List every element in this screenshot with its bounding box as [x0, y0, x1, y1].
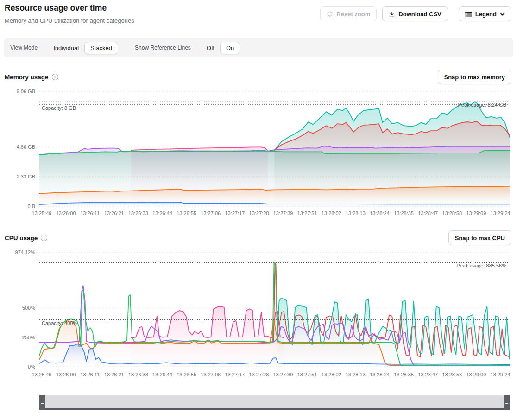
x-axis-tick: 13:28:58 — [442, 372, 462, 377]
x-axis-tick: 13:26:33 — [128, 372, 148, 377]
x-axis-tick: 13:26:44 — [152, 372, 172, 377]
x-axis-tick: 13:28:35 — [394, 372, 414, 377]
x-axis-tick: 13:29:09 — [466, 210, 486, 216]
info-icon[interactable]: i — [41, 235, 47, 241]
list-icon — [465, 11, 472, 17]
memory-chart[interactable]: 9.06 GB4.66 GB2.33 GB0 B13:25:4913:26:00… — [0, 87, 517, 222]
y-axis-tick: 500% — [22, 305, 35, 311]
cpu-section-title: CPU usage — [5, 235, 38, 242]
page-title: Resource usage over time — [5, 3, 107, 13]
brush-handle-left[interactable] — [39, 395, 45, 410]
x-axis-tick: 13:28:24 — [370, 210, 390, 216]
x-axis-tick: 13:26:21 — [104, 210, 124, 216]
info-icon[interactable]: i — [52, 74, 58, 80]
x-axis-tick: 13:28:13 — [346, 210, 366, 216]
reference-lines-off-option[interactable]: Off — [201, 42, 220, 54]
x-axis-tick: 13:26:21 — [104, 372, 124, 377]
snap-to-max-cpu-button[interactable]: Snap to max CPU — [448, 230, 511, 245]
legend-label: Legend — [475, 11, 497, 18]
page-subtitle: Memory and CPU utilization for agent cat… — [5, 17, 134, 24]
x-axis-tick: 13:28:35 — [394, 210, 414, 216]
reset-zoom-label: Reset zoom — [336, 11, 370, 18]
x-axis-tick: 13:27:06 — [201, 372, 221, 377]
cpu-section-header: CPU usage i Snap to max CPU — [5, 230, 511, 245]
x-axis-tick: 13:26:55 — [177, 210, 196, 216]
y-axis-tick: 974.12% — [15, 249, 36, 255]
download-icon — [389, 11, 395, 17]
x-axis-tick: 13:26:33 — [128, 210, 148, 216]
view-mode-label: View Mode — [10, 45, 38, 51]
x-axis-tick: 13:27:39 — [273, 372, 293, 377]
x-axis-tick: 13:28:47 — [418, 210, 438, 216]
x-axis-tick: 13:27:28 — [249, 210, 269, 216]
x-axis-tick: 13:26:00 — [56, 210, 76, 216]
x-axis-tick: 13:26:11 — [80, 210, 100, 216]
y-axis-tick: 9.06 GB — [17, 89, 35, 94]
view-mode-individual-option[interactable]: Individual — [48, 42, 84, 54]
view-mode-stacked-option[interactable]: Stacked — [84, 42, 118, 54]
download-csv-label: Download CSV — [398, 11, 441, 18]
x-axis-tick: 13:27:28 — [249, 372, 269, 377]
x-axis-tick: 13:28:02 — [322, 372, 341, 377]
cpu-chart[interactable]: 974.12%500%250%0%13:25:4913:26:0013:26:1… — [0, 248, 517, 383]
refresh-icon — [327, 11, 333, 17]
x-axis-tick: 13:28:47 — [418, 372, 438, 377]
reference-lines-on-option[interactable]: On — [220, 42, 240, 54]
reset-zoom-button[interactable]: Reset zoom — [320, 6, 377, 21]
y-axis-tick: 2.33 GB — [17, 174, 35, 179]
x-axis-tick: 13:28:58 — [442, 210, 462, 216]
brush-handle-right[interactable] — [504, 395, 510, 410]
reference-line-label: Peak usage: 885.56% — [456, 263, 506, 268]
x-axis-tick: 13:28:02 — [322, 210, 341, 216]
x-axis-tick: 13:29:24 — [491, 372, 511, 377]
x-axis-tick: 13:28:13 — [346, 372, 366, 377]
x-axis-tick: 13:27:39 — [273, 210, 293, 216]
x-axis-tick: 13:27:17 — [225, 210, 245, 216]
x-axis-tick: 13:27:17 — [225, 372, 245, 377]
snap-to-max-memory-button[interactable]: Snap to max memory — [438, 70, 512, 84]
x-axis-tick: 13:29:09 — [466, 372, 486, 377]
memory-section-header: Memory usage i Snap to max memory — [5, 70, 511, 84]
reference-line-label: Peak usage: 8.24 GB — [458, 102, 506, 108]
header-actions: Reset zoom Download CSV Legend — [320, 6, 511, 21]
reference-line-label: Capacity: 8 GB — [42, 105, 76, 111]
x-axis-tick: 13:26:11 — [80, 372, 100, 377]
reference-line-label: Capacity: 400% — [42, 320, 77, 326]
x-axis-tick: 13:29:24 — [491, 210, 511, 216]
x-axis-tick: 13:25:49 — [32, 210, 52, 216]
y-axis-tick: 0 B — [27, 204, 35, 209]
x-axis-tick: 13:25:49 — [32, 372, 52, 377]
x-axis-tick: 13:28:24 — [370, 372, 390, 377]
legend-button[interactable]: Legend — [459, 6, 511, 21]
chart-controls-bar: View Mode Individual Stacked Show Refere… — [4, 38, 513, 57]
x-axis-tick: 13:27:06 — [201, 210, 221, 216]
x-axis-tick: 13:26:44 — [152, 210, 172, 216]
download-csv-button[interactable]: Download CSV — [382, 6, 448, 21]
memory-section-title: Memory usage — [5, 74, 49, 81]
x-axis-tick: 13:27:51 — [297, 210, 317, 216]
y-axis-tick: 0% — [28, 364, 35, 369]
x-axis-tick: 13:26:55 — [177, 372, 196, 377]
y-axis-tick: 4.66 GB — [17, 144, 35, 150]
x-axis-tick: 13:26:00 — [56, 372, 76, 377]
chevron-down-icon — [500, 13, 505, 16]
time-range-brush[interactable] — [39, 395, 510, 410]
reference-lines-label: Show Reference Lines — [135, 45, 191, 51]
y-axis-tick: 250% — [22, 335, 35, 340]
x-axis-tick: 13:27:51 — [297, 372, 317, 377]
